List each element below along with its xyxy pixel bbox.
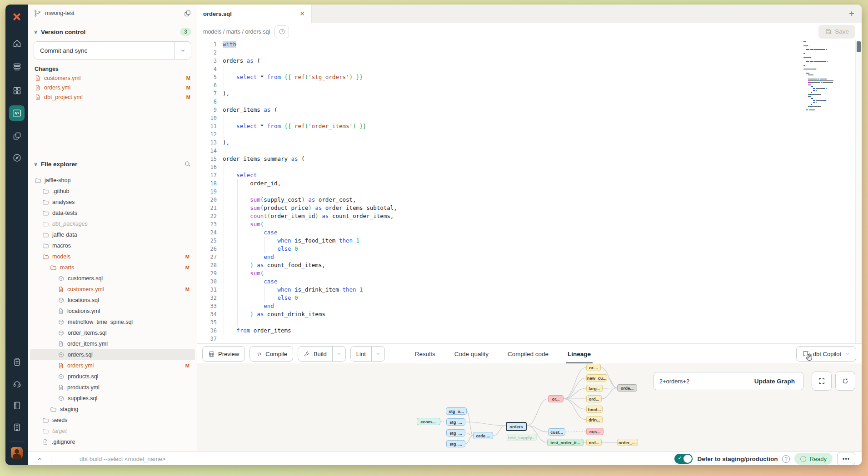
lineage-node-testsup[interactable]: test_supply... <box>507 434 537 441</box>
apps-grid-icon[interactable] <box>9 83 25 98</box>
chevron-down-icon <box>336 351 342 357</box>
code-line-17: 17 select <box>197 171 862 179</box>
tree-item-metricflow_time_spine.sql[interactable]: metricflow_time_spine.sql <box>30 317 195 327</box>
tree-item-products.yml[interactable]: products.yml <box>30 382 195 393</box>
ready-status-badge[interactable]: Ready <box>794 453 833 465</box>
version-control-header[interactable]: ∨ Version control 3 <box>28 22 197 40</box>
minimap[interactable] <box>803 41 849 114</box>
lineage-node-testoi[interactable]: test_order_it... <box>547 439 584 446</box>
lint-dropdown[interactable] <box>371 347 384 361</box>
tree-item-order_items.sql[interactable]: order_items.sql <box>30 327 195 338</box>
lineage-node-orders[interactable]: orders <box>506 422 527 431</box>
preview-button[interactable]: Preview <box>202 346 245 362</box>
explore-icon[interactable] <box>9 150 25 165</box>
tab-lineage[interactable]: Lineage <box>568 344 591 364</box>
tree-item-staging[interactable]: staging <box>30 404 195 415</box>
update-graph-button[interactable]: Update Graph <box>746 372 803 390</box>
tree-item-dbt_packages[interactable]: dbt_packages <box>30 218 195 229</box>
code-editor[interactable]: 1with23orders as (45 select * from {{ re… <box>197 40 862 343</box>
more-options-button[interactable]: ••• <box>837 452 855 465</box>
lineage-node-ordery[interactable]: order_.... <box>617 439 638 446</box>
vertical-scrollbar[interactable] <box>855 40 862 343</box>
tree-item-locations.yml[interactable]: locations.yml <box>30 306 195 317</box>
lineage-node-ord1[interactable]: orde.... <box>473 432 493 439</box>
split-panel-icon[interactable] <box>184 10 191 17</box>
tree-item-orders.sql[interactable]: orders.sql <box>30 349 195 360</box>
new-tab-button[interactable]: + <box>842 5 862 23</box>
tree-item-customers.sql[interactable]: customers.sql <box>30 273 195 284</box>
changed-file-orders.yml[interactable]: orders.ymlM <box>28 83 197 92</box>
tree-item-seeds[interactable]: seeds <box>30 415 195 426</box>
tree-item-order_items.yml[interactable]: order_items.yml <box>30 338 195 349</box>
tree-item-marts[interactable]: martsM <box>30 262 195 273</box>
lineage-node-stg4[interactable]: stg_... <box>446 440 465 447</box>
lineage-node-cus[interactable]: cus... <box>586 428 604 435</box>
scrollbar-thumb[interactable] <box>857 41 861 52</box>
tab-code-quality[interactable]: Code quality <box>454 344 489 364</box>
lint-button[interactable]: Lint <box>350 346 385 362</box>
tree-item-customers.yml[interactable]: customers.ymlM <box>30 284 195 295</box>
expand-command-bar-button[interactable] <box>28 452 51 465</box>
changed-file-dbt_project.yml[interactable]: dbt_project.ymlM <box>28 92 197 102</box>
tree-item-macros[interactable]: macros <box>30 240 195 251</box>
lineage-selector-input[interactable] <box>654 372 746 390</box>
tree-item-supplies.sql[interactable]: supplies.sql <box>30 393 195 404</box>
lineage-node-ecom[interactable]: ecom.... <box>417 418 440 425</box>
fullscreen-button[interactable] <box>812 372 832 391</box>
tree-item-products.sql[interactable]: products.sql <box>30 371 195 382</box>
tab-orders-sql[interactable]: orders.sql ✕ <box>197 5 312 23</box>
tree-item-locations.sql[interactable]: locations.sql <box>30 295 195 306</box>
tree-item-data-tests[interactable]: data-tests <box>30 208 195 218</box>
tree-item-target[interactable]: target <box>30 426 195 436</box>
lineage-node-y4[interactable]: ord... <box>586 395 602 402</box>
dbt-logo-icon[interactable] <box>9 9 25 25</box>
lineage-node-gray[interactable]: orde... <box>617 384 637 392</box>
organization-icon[interactable] <box>9 419 25 435</box>
help-icon[interactable]: ? <box>782 455 790 463</box>
lineage-node-y3[interactable]: larg... <box>586 385 603 392</box>
lineage-node-y2[interactable]: new_cu... <box>586 374 607 382</box>
tree-item-analyses[interactable]: analyses <box>30 197 195 208</box>
support-headset-icon[interactable] <box>9 376 25 391</box>
search-icon[interactable] <box>184 160 191 168</box>
home-icon[interactable] <box>9 35 25 51</box>
build-button[interactable]: Build <box>298 346 346 362</box>
lineage-node-or[interactable]: or... <box>548 395 564 402</box>
tree-item-.github[interactable]: .github <box>30 186 195 197</box>
code-line-20: 20 sum(supply_cost) as order_cost, <box>197 196 862 204</box>
clipboard-icon[interactable] <box>9 354 25 369</box>
develop-ide-icon[interactable] <box>9 105 25 121</box>
tree-item-jaffle-data[interactable]: jaffle-data <box>30 229 195 240</box>
user-avatar[interactable] <box>11 447 23 459</box>
deploy-icon[interactable] <box>9 59 25 74</box>
tab-compiled-code[interactable]: Compiled code <box>508 344 549 364</box>
lineage-node-y1[interactable]: or.... <box>586 364 601 371</box>
commit-and-sync-button[interactable]: Commit and sync <box>34 41 191 60</box>
lineage-node-stg3[interactable]: stg_... <box>446 429 465 436</box>
tree-item-models[interactable]: modelsM <box>30 251 195 262</box>
changed-file-customers.yml[interactable]: customers.ymlM <box>28 73 197 83</box>
build-dropdown[interactable] <box>332 347 345 361</box>
hand-cursor <box>805 352 814 363</box>
tree-item-.gitignore[interactable]: .gitignore <box>30 436 195 447</box>
command-input-placeholder[interactable]: dbt build --select <model_name> <box>80 456 165 462</box>
save-button[interactable]: Save <box>818 25 855 39</box>
compile-button[interactable]: Compile <box>249 346 293 362</box>
lineage-node-stg1[interactable]: stg_o... <box>446 407 467 415</box>
lineage-node-y6[interactable]: drin... <box>586 416 603 423</box>
close-tab-icon[interactable]: ✕ <box>299 10 305 17</box>
defer-toggle[interactable] <box>674 454 693 464</box>
tree-item-jaffle-shop[interactable]: jaffle-shop <box>30 175 195 186</box>
refresh-button[interactable] <box>835 372 855 391</box>
open-lineage-icon-button[interactable] <box>274 25 289 38</box>
lineage-node-y5[interactable]: food... <box>586 406 603 413</box>
commit-dropdown[interactable] <box>174 42 191 59</box>
file-explorer-header[interactable]: ∨ File explorer <box>28 155 197 172</box>
tab-results[interactable]: Results <box>415 344 435 364</box>
lineage-node-ordy[interactable]: ord... <box>586 439 602 446</box>
docs-icon[interactable] <box>9 397 25 413</box>
tree-item-orders.yml[interactable]: orders.ymlM <box>30 360 195 371</box>
lineage-node-cust[interactable]: cust... <box>548 428 565 436</box>
projects-icon[interactable] <box>9 128 25 144</box>
lineage-node-stg2[interactable]: stg_... <box>446 418 465 426</box>
